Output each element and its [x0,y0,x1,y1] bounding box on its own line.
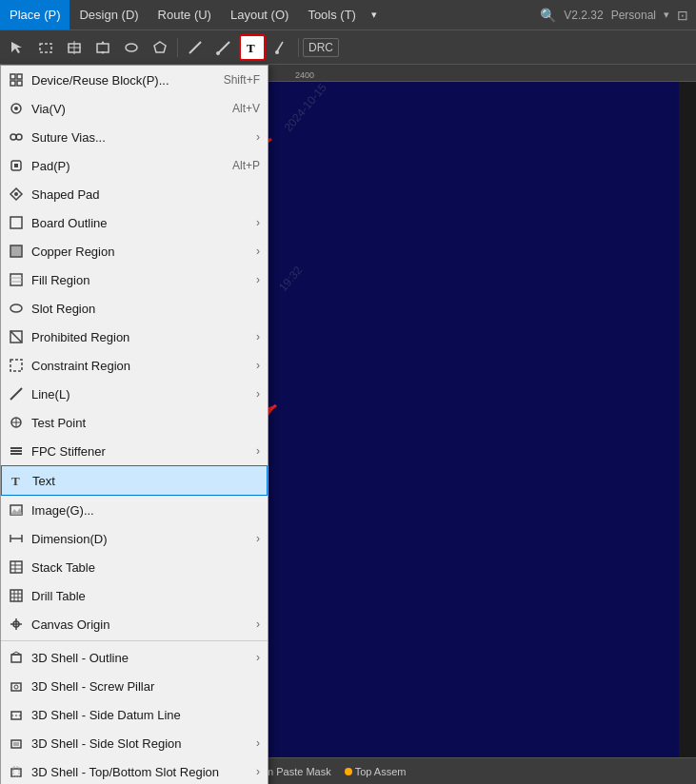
menu-item-image[interactable]: Image(G)... [1,496,268,524]
window-controls[interactable]: ⊡ [677,8,688,23]
menu-item-3d-tb-slot[interactable]: 3D Shell - Top/Bottom Slot Region › [1,757,268,784]
cursor-icon [10,40,25,55]
menu-item-3d-side-datum[interactable]: 3D Shell - Side Datum Line [1,700,268,729]
3d-side-slot-label: 3D Shell - Side Slot Region [31,736,252,751]
svg-rect-18 [10,81,15,86]
menu-item-3d-screw[interactable]: 3D Shell - Screw Pillar [1,672,268,700]
menu-item-shaped-pad[interactable]: Shaped Pad [1,180,268,208]
fpc-stiffener-label: FPC Stiffener [31,444,252,459]
3d-outline-icon [7,648,26,667]
svg-rect-37 [10,360,22,371]
menu-item-copper-region[interactable]: Copper Region › [1,237,268,265]
line-label: Line(L) [31,387,252,402]
menu-bar: Place (P) Design (D) Route (U) Layout (O… [0,0,696,30]
cursor-tool[interactable] [4,34,30,61]
3d-tb-slot-arrow: › [256,765,260,778]
menu-route[interactable]: Route (U) [149,0,221,29]
version-label: V2.2.32 [564,9,603,22]
ellipse-tool[interactable] [118,34,145,61]
constraint-region-label: Constraint Region [31,359,252,373]
pad-icon [7,156,26,175]
menu-item-test-point[interactable]: Test Point [1,408,268,437]
slot-region-icon [7,299,26,318]
text-label: Text [32,474,259,488]
fill-region-label: Fill Region [31,273,252,287]
menu-design[interactable]: Design (D) [70,0,148,29]
menu-item-3d-outline[interactable]: 3D Shell - Outline › [1,643,268,672]
svg-rect-5 [97,44,109,52]
menu-tools[interactable]: Tools (T) [298,0,366,29]
menu-item-drill-table[interactable]: Drill Table [1,581,268,610]
svg-rect-29 [10,217,22,228]
menu-item-board-outline[interactable]: Board Outline › [1,208,268,237]
search-icon[interactable]: 🔍 [540,8,556,23]
toolbar-sep-1 [177,38,178,57]
poly-icon [152,40,168,55]
move-icon [95,40,110,55]
line-arrow: › [256,387,260,401]
test-point-label: Test Point [31,416,260,430]
3d-side-slot-icon [7,734,26,753]
svg-line-10 [189,42,201,53]
dropper-icon [273,40,288,55]
constraint-region-icon [7,356,26,375]
menu-layout[interactable]: Layout (O) [221,0,298,29]
svg-rect-55 [10,590,22,601]
canvas-origin-icon [7,615,26,634]
menu-place[interactable]: Place (P) [0,0,70,29]
menu-item-fill-region[interactable]: Fill Region › [1,265,268,294]
menu-item-text[interactable]: T Text [1,465,268,496]
menu-item-constraint-region[interactable]: Constraint Region › [1,351,268,380]
3d-side-datum-icon [7,705,26,724]
top-assembly-label: Top Assem [355,766,407,777]
svg-marker-9 [154,42,166,52]
menu-item-fpc-stiffener[interactable]: FPC Stiffener › [1,437,268,465]
via-icon [7,99,26,118]
dimension-arrow: › [256,532,260,545]
line-tool[interactable] [182,34,209,61]
device-reuse-label: Device/Reuse Block(P)... [31,73,224,88]
dropdown-sep-1 [1,640,268,641]
svg-point-8 [126,44,137,51]
via-label: Via(V) [31,102,232,116]
block-icon [7,70,26,89]
pad-shortcut: Alt+P [232,159,260,172]
svg-rect-70 [13,742,19,746]
menu-item-prohibited-region[interactable]: Prohibited Region › [1,323,268,351]
menu-item-pad[interactable]: Pad(P) Alt+P [1,151,268,180]
menu-item-stack-table[interactable]: Stack Table [1,553,268,581]
menu-item-dimension[interactable]: Dimension(D) › [1,524,268,553]
canvas-origin-arrow: › [256,617,260,631]
diagonal-tool[interactable] [210,34,237,61]
dropper-tool[interactable] [268,34,294,61]
menu-item-via[interactable]: Via(V) Alt+V [1,94,268,123]
drc-label[interactable]: DRC [303,38,339,57]
menu-item-3d-side-slot[interactable]: 3D Shell - Side Slot Region › [1,729,268,757]
menu-item-line[interactable]: Line(L) › [1,380,268,408]
line-icon [188,40,203,55]
menu-item-suture-vias[interactable]: Suture Vias... › [1,123,268,151]
device-reuse-shortcut: Shift+F [224,73,260,87]
3d-screw-label: 3D Shell - Screw Pillar [31,679,260,694]
board-outline-arrow: › [256,216,260,229]
menu-item-device-reuse[interactable]: Device/Reuse Block(P)... Shift+F [1,66,268,94]
suture-vias-arrow: › [256,130,260,144]
svg-point-28 [14,192,18,196]
copper-region-arrow: › [256,245,260,258]
svg-line-14 [277,42,283,51]
plan-expand[interactable]: ▾ [664,9,669,21]
poly-tool[interactable] [147,34,173,61]
menu-item-slot-region[interactable]: Slot Region [1,294,268,323]
toolbar-sep-2 [298,38,299,57]
menu-expand[interactable]: ▾ [366,0,383,29]
status-top-assembly[interactable]: Top Assem [339,764,412,779]
menu-item-canvas-origin[interactable]: Canvas Origin › [1,610,268,638]
text-tool[interactable]: T [239,34,266,61]
move-tool[interactable] [89,34,116,61]
image-label: Image(G)... [31,503,260,518]
rect-select-tool[interactable] [32,34,59,61]
svg-rect-30 [10,245,22,257]
svg-line-11 [218,42,229,53]
cross-select-tool[interactable] [61,34,88,61]
stack-table-label: Stack Table [31,560,260,575]
